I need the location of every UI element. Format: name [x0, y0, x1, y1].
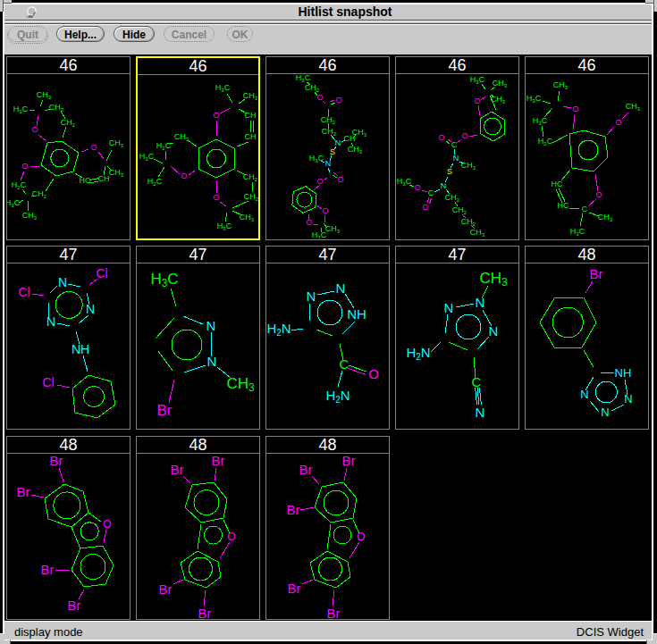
svg-text:H2C: H2C [12, 180, 27, 189]
svg-text:CH3: CH3 [174, 132, 190, 141]
svg-text:O: O [31, 125, 38, 134]
svg-text:N: N [624, 392, 632, 406]
svg-text:O: O [316, 93, 323, 102]
svg-text:CH2: CH2 [445, 193, 460, 202]
svg-text:O: O [414, 183, 420, 192]
svg-text:N: N [444, 300, 454, 315]
svg-text:H3C: H3C [217, 222, 232, 230]
svg-text:Br: Br [171, 462, 184, 477]
svg-text:Cl: Cl [42, 375, 54, 389]
svg-text:O: O [103, 518, 111, 531]
svg-text:N: N [86, 302, 95, 316]
svg-text:H3C: H3C [533, 116, 548, 125]
svg-text:H3C: H3C [570, 227, 585, 236]
svg-text:H2N: H2N [406, 345, 430, 361]
svg-text:Br: Br [342, 454, 356, 468]
svg-text:N: N [46, 314, 55, 329]
svg-text:N: N [476, 405, 485, 420]
svg-text:O: O [368, 366, 379, 381]
svg-text:Br: Br [41, 562, 55, 577]
svg-text:CH: CH [98, 174, 110, 183]
svg-text:H3C: H3C [7, 198, 21, 207]
svg-text:H2N: H2N [325, 388, 350, 404]
svg-text:CH: CH [245, 132, 257, 141]
svg-text:O: O [422, 203, 428, 212]
svg-text:C: C [340, 356, 350, 372]
svg-text:CH3: CH3 [348, 145, 363, 154]
svg-text:C: C [451, 140, 458, 149]
svg-text:Br: Br [159, 581, 173, 597]
svg-text:H2C: H2C [538, 137, 553, 146]
svg-text:CH3: CH3 [461, 161, 476, 170]
svg-text:CH3: CH3 [479, 270, 508, 289]
svg-text:Br: Br [287, 502, 300, 517]
svg-text:O: O [213, 193, 219, 202]
svg-text:O: O [461, 131, 467, 140]
svg-text:N: N [601, 406, 609, 419]
svg-text:H3C: H3C [13, 105, 29, 113]
svg-text:N: N [453, 154, 459, 163]
svg-text:O: O [21, 162, 28, 171]
svg-text:NH: NH [347, 306, 366, 322]
svg-text:O: O [90, 143, 97, 152]
svg-text:N: N [441, 181, 447, 190]
svg-text:N: N [58, 275, 67, 289]
svg-text:CH2: CH2 [452, 205, 467, 214]
svg-text:O: O [438, 133, 444, 142]
svg-text:O: O [213, 111, 219, 120]
svg-text:Br: Br [288, 581, 301, 596]
svg-text:CH3: CH3 [626, 102, 641, 111]
svg-text:O: O [474, 96, 480, 105]
svg-text:CH3: CH3 [226, 375, 255, 394]
svg-text:Cl: Cl [18, 285, 29, 299]
svg-text:HC: HC [558, 201, 569, 210]
svg-text:CH3: CH3 [553, 80, 569, 89]
svg-text:H3C: H3C [526, 94, 542, 103]
svg-text:Br: Br [327, 606, 341, 618]
svg-text:CH2: CH2 [49, 103, 64, 112]
svg-text:NH: NH [615, 366, 632, 380]
svg-text:O: O [335, 96, 341, 105]
svg-text:O: O [227, 531, 235, 543]
svg-text:O: O [316, 177, 323, 186]
svg-text:O: O [615, 118, 621, 127]
svg-text:Br: Br [68, 598, 81, 613]
svg-text:H3C: H3C [296, 74, 311, 83]
svg-text:Br: Br [212, 454, 225, 468]
svg-text:H3C: H3C [470, 75, 485, 84]
svg-text:C: C [428, 188, 434, 197]
svg-text:N: N [489, 323, 499, 339]
svg-text:H2C: H2C [156, 141, 172, 150]
svg-text:Br: Br [590, 266, 603, 281]
svg-text:CH2: CH2 [461, 217, 476, 226]
svg-text:CH3: CH3 [109, 138, 124, 147]
svg-text:CH2: CH2 [244, 192, 259, 201]
svg-text:O: O [337, 175, 343, 184]
svg-text:CH2: CH2 [305, 83, 320, 92]
svg-text:H2C: H2C [147, 177, 163, 186]
svg-text:O: O [322, 206, 328, 215]
svg-text:CH3: CH3 [325, 224, 341, 233]
svg-text:CH3: CH3 [37, 90, 52, 99]
svg-text:Br: Br [299, 462, 313, 477]
svg-text:CH2: CH2 [243, 172, 258, 181]
svg-text:H3C: H3C [215, 83, 231, 92]
svg-text:N: N [476, 295, 485, 310]
svg-text:C: C [582, 205, 588, 213]
svg-text:Cl: Cl [96, 266, 107, 280]
svg-text:O: O [357, 531, 365, 543]
svg-text:H2N: H2N [266, 321, 291, 337]
svg-text:CH3: CH3 [243, 91, 258, 100]
svg-text:CH3: CH3 [240, 213, 255, 222]
svg-text:HC: HC [552, 180, 563, 188]
svg-text:N: N [307, 289, 316, 304]
svg-text:NH: NH [72, 342, 89, 356]
svg-text:N: N [206, 318, 216, 333]
svg-text:CH3: CH3 [470, 228, 485, 237]
svg-text:Br: Br [17, 484, 30, 499]
svg-text:H3C: H3C [150, 271, 178, 289]
svg-text:H3C: H3C [139, 152, 155, 161]
svg-text:CH3: CH3 [598, 213, 613, 222]
svg-text:N: N [580, 388, 588, 401]
svg-text:C: C [472, 374, 482, 389]
